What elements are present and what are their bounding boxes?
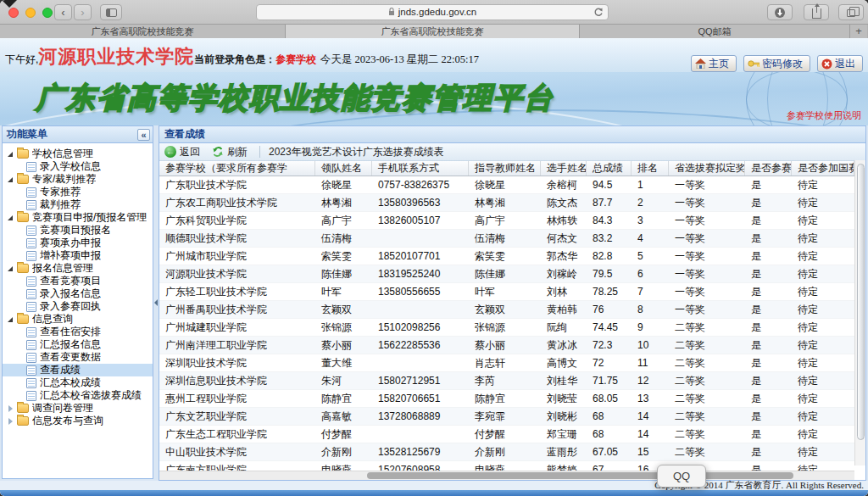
table-cell: 林粤湘 bbox=[315, 194, 372, 212]
table-cell: 是 bbox=[745, 265, 792, 283]
sidebar-item[interactable]: 录入学校信息 bbox=[3, 160, 153, 173]
new-tab-button[interactable]: + bbox=[850, 25, 867, 38]
splitter-collapse-icon[interactable] bbox=[154, 299, 158, 306]
sidebar-folder[interactable]: 信息发布与查询 bbox=[3, 415, 153, 427]
table-row[interactable]: 顺德职业技术学院伍清梅伍清梅何杰文83.24一等奖是待定 bbox=[159, 230, 854, 248]
sidebar-item[interactable]: 录入报名信息 bbox=[3, 287, 153, 300]
refresh-button[interactable]: 刷新 bbox=[212, 145, 248, 159]
column-header[interactable]: 是否参赛 bbox=[745, 161, 792, 176]
sidebar-folder[interactable]: 学校信息管理 bbox=[3, 148, 153, 160]
column-header[interactable]: 省选拔赛拟定奖项 bbox=[669, 161, 745, 176]
sidebar-item[interactable]: 赛项承办申报 bbox=[3, 237, 153, 249]
table-row[interactable]: 广东农工商职业技术学院林粤湘13580396563林粤湘陈文杰87.72一等奖是… bbox=[159, 194, 854, 212]
home-button[interactable]: 主页 bbox=[691, 55, 737, 72]
column-header[interactable]: 是否参加国赛 bbox=[792, 161, 854, 176]
expand-open-icon[interactable] bbox=[7, 150, 14, 158]
sidebar-item[interactable]: 竞赛项目预报名 bbox=[3, 224, 153, 237]
column-header[interactable]: 指导教师姓名 bbox=[469, 161, 541, 176]
table-cell: 深圳信息职业技术学院 bbox=[159, 372, 315, 390]
share-button[interactable] bbox=[804, 4, 829, 20]
table-row[interactable]: 广东文艺职业学院高嘉敏13728068889李宛霏刘晓彬6814二等奖是待定 bbox=[159, 408, 854, 426]
table-row[interactable]: 深圳信息职业技术学院朱河15802712951李芮刘桂华71.7512二等奖是待… bbox=[159, 372, 854, 390]
sidebar-item[interactable]: 汇总本校省选拔赛成绩 bbox=[3, 389, 153, 402]
table-cell: 待定 bbox=[792, 372, 854, 390]
sidebar-item[interactable]: 专家推荐 bbox=[3, 186, 153, 198]
table-cell: 二等奖 bbox=[669, 319, 745, 337]
expand-open-icon[interactable] bbox=[7, 176, 14, 183]
usage-instructions-link[interactable]: 参赛学校使用说明 bbox=[787, 109, 861, 122]
back-button[interactable]: ‹ bbox=[54, 4, 72, 20]
table-cell: 高广宇 bbox=[315, 212, 372, 230]
horizontal-scrollbar[interactable] bbox=[159, 471, 854, 480]
table-cell: 一等奖 bbox=[669, 248, 745, 265]
sidebar-toggle-button[interactable] bbox=[100, 4, 122, 20]
column-header[interactable]: 领队姓名 bbox=[315, 161, 372, 176]
table-cell: 二等奖 bbox=[669, 408, 745, 426]
sidebar-item[interactable]: 录入参赛回执 bbox=[3, 300, 153, 313]
table-cell: 一等奖 bbox=[669, 212, 745, 230]
return-button[interactable]: ← 返回 bbox=[164, 145, 200, 159]
table-cell: 68.05 bbox=[587, 390, 632, 408]
table-cell: 玄颖双 bbox=[315, 301, 372, 319]
sidebar-item[interactable]: 裁判推荐 bbox=[3, 198, 153, 211]
table-row[interactable]: 河源职业技术学院陈佳娜18319525240陈佳娜刘稼岭79.56一等奖是待定 bbox=[159, 265, 854, 283]
column-header[interactable]: 手机联系方式 bbox=[372, 161, 469, 176]
table-row[interactable]: 广州番禺职业技术学院玄颖双玄颖双黄柏韩768一等奖是待定 bbox=[159, 301, 854, 319]
sidebar-item[interactable]: 查看住宿安排 bbox=[3, 326, 153, 338]
tab-overview-button[interactable] bbox=[838, 4, 864, 20]
browser-tab[interactable]: 广东省高职院校技能竞赛 bbox=[0, 25, 286, 38]
table-row[interactable]: 广东科贸职业学院高广宇13826005107高广宇林炜轶84.33一等奖是待定 bbox=[159, 212, 854, 230]
sidebar-item[interactable]: 增补赛项申报 bbox=[3, 249, 153, 262]
table-row[interactable]: 深圳职业技术学院董大维肖志轩高博文7211二等奖是待定 bbox=[159, 354, 854, 372]
column-header[interactable]: 参赛学校（要求所有参赛学 bbox=[159, 161, 315, 176]
forward-button[interactable]: › bbox=[74, 4, 92, 20]
table-row[interactable]: 广东职业技术学院徐晓星0757-83826375徐晓星余榕柯94.51一等奖是待… bbox=[159, 176, 854, 194]
close-window-button[interactable] bbox=[8, 8, 19, 18]
sidebar-item[interactable]: 查看变更数据 bbox=[3, 351, 153, 364]
password-change-button[interactable]: 密码修改 bbox=[743, 55, 810, 72]
expand-open-icon[interactable] bbox=[7, 265, 14, 272]
vertical-scrollbar[interactable] bbox=[854, 160, 865, 465]
address-bar[interactable]: jnds.gdedu.gov.cn bbox=[256, 4, 609, 20]
table-cell: 74.45 bbox=[587, 319, 632, 337]
reload-icon[interactable] bbox=[593, 8, 604, 18]
sidebar-item[interactable]: 汇总本校成绩 bbox=[3, 376, 153, 389]
return-button-label: 返回 bbox=[180, 145, 200, 159]
horizontal-scrollbar-thumb[interactable] bbox=[367, 472, 793, 479]
sidebar-folder[interactable]: 调查问卷管理 bbox=[3, 402, 153, 415]
sidebar-item[interactable]: 查看成绩 bbox=[3, 364, 153, 376]
sidebar-folder[interactable]: 信息查询 bbox=[3, 313, 153, 326]
table-cell: 3 bbox=[632, 212, 669, 230]
column-header[interactable]: 总成绩 bbox=[587, 161, 632, 176]
column-header[interactable]: 选手姓名 bbox=[541, 161, 587, 176]
column-header[interactable]: 排名 bbox=[632, 161, 669, 176]
platform-title: 广东省高等学校职业技能竞赛管理平台 bbox=[36, 79, 554, 118]
table-cell: 71.75 bbox=[587, 372, 632, 390]
folder-icon bbox=[17, 149, 29, 159]
table-row[interactable]: 广州城市职业学院索笑雯18520107701索笑雯郭杰华82.85一等奖是待定 bbox=[159, 248, 854, 265]
table-row[interactable]: 中山职业技术学院介新刚13528125679介新刚蓝雨彤67.0515二等奖是待… bbox=[159, 443, 854, 461]
table-row[interactable]: 广州城建职业学院张锦源15102098256张锦源阮绚74.459二等奖是待定 bbox=[159, 319, 854, 337]
table-row[interactable]: 惠州工程职业学院陈静宜15820706651陈静宜刘晓莹68.0513二等奖是待… bbox=[159, 390, 854, 408]
expand-closed-icon[interactable] bbox=[7, 417, 14, 425]
table-row[interactable]: 广州南洋理工职业学院蔡小丽15622285536蔡小丽黄冰冰72.310二等奖是… bbox=[159, 337, 854, 354]
zoom-window-button[interactable] bbox=[42, 8, 53, 18]
vertical-scrollbar-thumb[interactable] bbox=[857, 164, 865, 440]
browser-tab[interactable]: 广东省高职院校技能竞赛 bbox=[286, 25, 580, 38]
expand-open-icon[interactable] bbox=[7, 315, 14, 323]
sidebar-item[interactable]: 汇总报名信息 bbox=[3, 338, 153, 351]
collapse-sidebar-button[interactable]: « bbox=[137, 129, 150, 141]
expand-open-icon[interactable] bbox=[7, 214, 14, 221]
downloads-button[interactable] bbox=[767, 4, 793, 20]
table-row[interactable]: 广东轻工职业技术学院叶军13580556655叶军刘林78.257一等奖是待定 bbox=[159, 283, 854, 301]
sidebar-folder[interactable]: 报名信息管理 bbox=[3, 262, 153, 275]
browser-tab[interactable]: QQ邮箱 bbox=[580, 25, 850, 38]
logout-button[interactable]: 退出 bbox=[817, 55, 863, 72]
table-row[interactable]: 广东生态工程职业学院付梦醒付梦醒郑宝珊6814二等奖是待定 bbox=[159, 426, 854, 443]
sidebar-folder[interactable]: 专家/裁判推荐 bbox=[3, 173, 153, 186]
sidebar-folder[interactable]: 竞赛项目申报/预报名管理 bbox=[3, 211, 153, 224]
expand-closed-icon[interactable] bbox=[7, 404, 14, 412]
minimize-window-button[interactable] bbox=[25, 8, 36, 18]
tree-item-label: 查看变更数据 bbox=[40, 351, 101, 364]
sidebar-item[interactable]: 查看竞赛项目 bbox=[3, 275, 153, 287]
